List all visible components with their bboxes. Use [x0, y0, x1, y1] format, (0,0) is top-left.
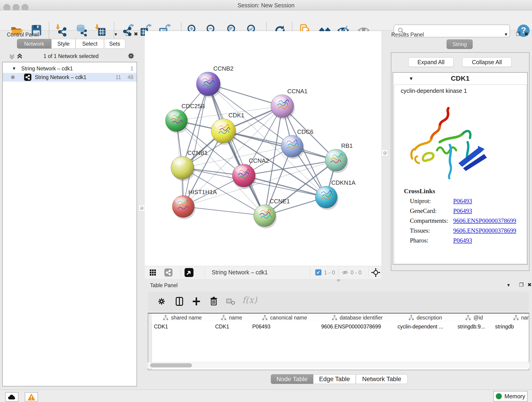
network-node-label-CCNA2: CCNA2 — [249, 157, 269, 164]
close-table-icon[interactable]: ✖ — [527, 282, 532, 288]
crosslink-row: GeneCard:P06493 — [394, 207, 526, 217]
memory-label: Memory — [505, 393, 525, 400]
add-column-icon[interactable] — [191, 296, 201, 306]
network-node-CDKN1A[interactable] — [315, 186, 338, 210]
scrollbar-thumb[interactable] — [150, 363, 192, 367]
crosslink-label: Tissues: — [410, 227, 430, 234]
view-grid-mode-icon[interactable] — [149, 269, 157, 276]
collapse-all-tree-icon[interactable] — [9, 53, 15, 60]
show-columns-icon[interactable] — [174, 296, 184, 306]
close-panel-icon[interactable]: ✖ — [134, 32, 138, 37]
network-edge-HIST1H1A-CCNE1[interactable] — [183, 206, 265, 216]
network-node-label-CCNA1: CCNA1 — [287, 88, 307, 95]
close-results-icon[interactable]: ✖ — [524, 32, 528, 37]
right-splitter-collapse-button[interactable] — [382, 149, 388, 156]
float-table-icon[interactable]: ▾ — [507, 282, 510, 288]
network-view-toolbar: String Network – cdk1 ✔ 1 - 0 0 - 0 — [145, 266, 381, 279]
network-row-selected[interactable]: String Network – cdk1 11 48 — [3, 73, 137, 82]
view-single-mode-icon[interactable] — [164, 268, 173, 277]
tab-select[interactable]: Select — [76, 39, 104, 49]
network-node-CCNA1[interactable] — [271, 95, 295, 119]
network-canvas[interactable]: CCNB2CCNA1CDC25BCDK1CDC6RB1CCNB1CCNA2CDK… — [145, 31, 381, 266]
memory-button[interactable]: Memory — [493, 391, 528, 402]
network-node-RB1[interactable] — [325, 149, 348, 173]
crosslink-value-link[interactable]: P06493 — [453, 198, 472, 205]
column-header-name[interactable]: name — [213, 313, 250, 322]
network-row-label: String Network – cdk1 — [35, 74, 86, 80]
network-edge-count: 48 — [127, 74, 133, 80]
crosslink-value-link[interactable]: P06493 — [453, 207, 472, 215]
column-header-namespace[interactable]: namespace — [493, 313, 529, 322]
crosslinks-title: CrossLinks — [404, 187, 435, 195]
cell-0-name[interactable]: CDK1 — [213, 322, 250, 331]
cell-0-canonical-name[interactable]: P06493 — [250, 322, 319, 331]
tab-network[interactable]: Network — [17, 39, 51, 49]
network-edge-CDK1-RB1[interactable] — [223, 131, 336, 160]
undock-panel-icon[interactable]: ❐ — [126, 32, 130, 37]
crosslink-value-link[interactable]: P06493 — [453, 237, 472, 244]
crosslink-value-link[interactable]: 9606.ENSP00000378699 — [453, 217, 516, 224]
table-panel: Table Panel ▾ ❐ ✖ f(x) shared namenameca… — [145, 281, 532, 387]
network-node-label-CDC6: CDC6 — [297, 128, 313, 135]
network-graph: CCNB2CCNA1CDC25BCDK1CDC6RB1CCNB1CCNA2CDK… — [145, 31, 381, 266]
cloud-button[interactable] — [5, 392, 19, 402]
tab-node-table[interactable]: Node Table — [271, 374, 313, 384]
expand-all-button[interactable]: Expand All — [408, 57, 454, 67]
crosslink-value-link[interactable]: 9606.ENSP00000378699 — [453, 227, 516, 234]
tab-sets[interactable]: Sets — [104, 39, 125, 49]
column-header-shared-name[interactable]: shared name — [152, 313, 213, 322]
float-panel-icon[interactable]: ▾ — [114, 32, 117, 37]
column-header-database-identifier[interactable]: database identifier — [319, 313, 395, 322]
column-header-canonical-name[interactable]: canonical name — [250, 313, 319, 322]
tab-network-table[interactable]: Network Table — [356, 374, 408, 384]
birds-eye-crosshair-icon[interactable] — [371, 268, 380, 277]
collapse-all-button[interactable]: Collapse All — [462, 57, 512, 67]
undock-table-icon[interactable]: ❐ — [519, 282, 524, 288]
title-bar: Session: New Session — [0, 0, 532, 10]
network-node-HIST1H1A[interactable] — [172, 196, 196, 219]
left-splitter-collapse-button[interactable] — [139, 205, 145, 211]
undock-results-icon[interactable]: ❐ — [516, 32, 520, 37]
table-horizontal-scrollbar[interactable] — [148, 362, 529, 368]
collection-label: String Network – cdk1 — [21, 65, 73, 72]
network-edge-CCNB2-HIST1H1A[interactable] — [183, 84, 208, 206]
selected-checkbox-icon[interactable]: ✔ — [315, 269, 322, 275]
network-options-gear-icon[interactable] — [127, 52, 135, 60]
network-node-label-CDK1: CDK1 — [228, 112, 244, 119]
cell-0-@id[interactable]: stringdb:9... — [455, 322, 493, 331]
delete-table-icon-disabled — [226, 298, 235, 305]
cell-0-shared-name[interactable]: CDK1 — [152, 322, 213, 331]
tab-string[interactable]: String — [447, 39, 473, 49]
network-collection-row[interactable]: ▼ String Network – cdk1 1 — [3, 64, 137, 73]
network-node-CDC25B[interactable] — [165, 109, 189, 133]
column-header-@id[interactable]: @id — [455, 313, 493, 322]
table-gear-icon[interactable] — [157, 297, 166, 306]
node-table: shared namenamecanonical namedatabase id… — [148, 313, 529, 370]
expand-all-tree-icon[interactable] — [17, 53, 23, 60]
network-node-CDC6[interactable] — [281, 135, 304, 159]
table-tabs: Node TableEdge TableNetwork Table — [271, 374, 408, 384]
network-node-CDK1[interactable] — [211, 119, 237, 145]
horizontal-splitter-handle[interactable] — [337, 279, 340, 281]
results-panel-title: Results Panel — [391, 32, 424, 38]
tab-style[interactable]: Style — [51, 39, 76, 49]
cell-0-description[interactable]: cyclin-dependent ... — [395, 322, 455, 331]
column-header-description[interactable]: description — [395, 313, 456, 322]
view-title: String Network – cdk1 — [212, 269, 268, 276]
crosslink-row: Uniprot:P06493 — [394, 198, 526, 207]
collection-expander-icon[interactable]: ▼ — [12, 66, 16, 71]
float-results-icon[interactable]: ▾ — [505, 32, 507, 37]
warnings-button[interactable] — [25, 392, 38, 402]
network-node-CCNA2[interactable] — [232, 164, 256, 189]
network-node-label-HIST1H1A: HIST1H1A — [188, 189, 217, 196]
network-tree: ▼ String Network – cdk1 1 String Network… — [2, 62, 137, 386]
warning-icon — [27, 393, 36, 401]
detach-view-icon[interactable] — [184, 268, 194, 277]
crosslinks-list: Uniprot:P06493GeneCard:P06493Compartment… — [394, 198, 526, 247]
delete-column-icon[interactable] — [209, 296, 219, 306]
results-panel: Results Panel ▾ ❐ ✖ String Expand All Co… — [391, 31, 531, 281]
tab-edge-table[interactable]: Edge Table — [313, 374, 356, 384]
cell-0-namespace[interactable]: stringdb — [493, 322, 529, 331]
network-edge-CCNB2-CCNE1[interactable] — [208, 84, 265, 216]
cell-0-database-identifier[interactable]: 9606.ENSP00000378699 — [319, 322, 395, 331]
